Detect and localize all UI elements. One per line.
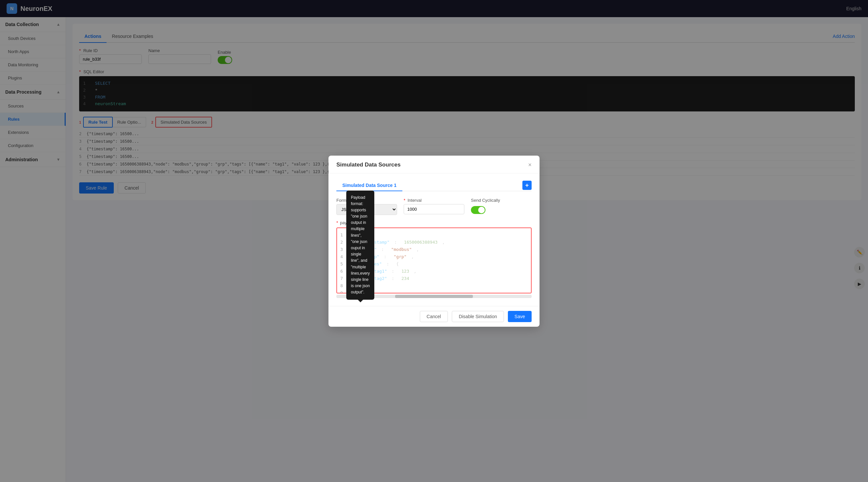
interval-field: * Interval [404, 198, 464, 214]
interval-label: * Interval [404, 198, 464, 203]
send-cyclically-field: Send Cyclically [471, 198, 532, 214]
disable-simulation-button[interactable]: Disable Simulation [452, 311, 504, 322]
send-cyclically-label: Send Cyclically [471, 198, 532, 203]
modal-close-button[interactable]: × [528, 162, 532, 168]
modal-body: Simulated Data Source 1 + Format JSON * [329, 173, 539, 306]
interval-input[interactable] [404, 204, 464, 214]
send-cyclically-toggle[interactable] [471, 206, 486, 214]
source-tabs: Simulated Data Source 1 + [336, 180, 532, 191]
modal-title: Simulated Data Sources [336, 162, 401, 168]
modal-save-button[interactable]: Save [508, 311, 532, 322]
modal-header: Simulated Data Sources × [329, 156, 539, 173]
modal-footer: Cancel Disable Simulation Save [329, 306, 539, 327]
simulated-data-sources-modal: Simulated Data Sources × Simulated Data … [329, 156, 539, 327]
add-source-tab-button[interactable]: + [522, 181, 532, 190]
source-tab-1[interactable]: Simulated Data Source 1 [336, 180, 402, 191]
modal-overlay[interactable]: Simulated Data Sources × Simulated Data … [0, 0, 868, 482]
modal-cancel-button[interactable]: Cancel [420, 311, 448, 322]
